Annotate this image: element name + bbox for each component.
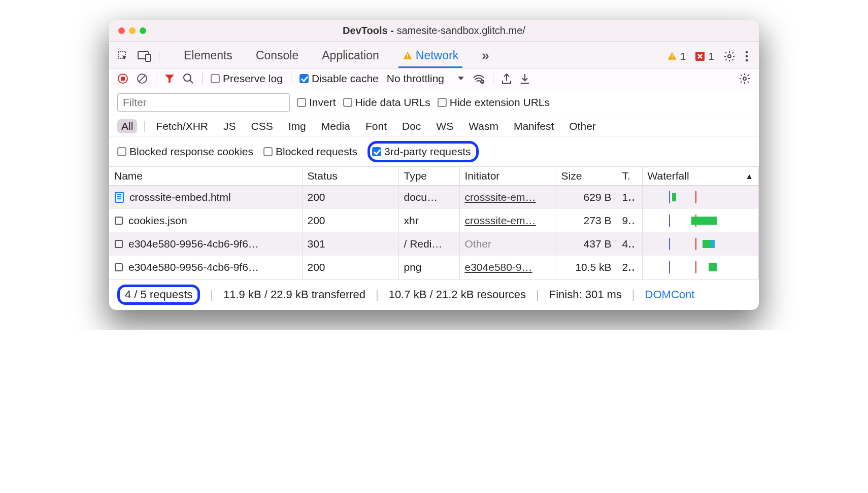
type-chip-all[interactable]: All [117, 119, 137, 133]
disable-cache-checkbox[interactable]: Disable cache [299, 73, 379, 85]
blocked-response-cookies-checkbox[interactable]: Blocked response cookies [117, 146, 253, 158]
svg-point-8 [728, 55, 731, 58]
type-chip-ws[interactable]: WS [432, 119, 457, 133]
title-prefix: DevTools - [343, 25, 396, 36]
blocked-requests-checkbox[interactable]: Blocked requests [263, 146, 357, 158]
hide-data-urls-checkbox[interactable]: Hide data URLs [343, 96, 430, 109]
col-size[interactable]: Size [556, 167, 617, 186]
type-chip-font[interactable]: Font [361, 119, 391, 133]
tab-console[interactable]: Console [252, 45, 303, 68]
cell-type: docu… [398, 186, 459, 209]
minimize-icon[interactable] [129, 27, 136, 34]
type-chip-js[interactable]: JS [219, 119, 240, 133]
issues-warning-counter[interactable]: 1 [667, 50, 686, 62]
svg-rect-2 [146, 54, 150, 61]
chevron-down-icon [457, 76, 464, 81]
svg-rect-5 [672, 55, 673, 57]
throttling-select[interactable]: No throttling [387, 73, 464, 85]
device-toolbar-icon[interactable] [138, 51, 151, 62]
separator: | [632, 288, 635, 301]
request-name: crosssite-embed.html [129, 191, 231, 203]
svg-rect-13 [121, 77, 125, 81]
col-time[interactable]: T. [617, 167, 642, 186]
cell-name: e304e580-9956-4cb6-9f6… [109, 256, 302, 279]
tab-elements[interactable]: Elements [180, 45, 237, 68]
clear-button[interactable] [137, 73, 148, 84]
table-header-row: Name Status Type Initiator Size T. Water… [109, 167, 759, 186]
cell-time: 2‥ [617, 256, 642, 279]
title-url: samesite-sandbox.glitch.me/ [396, 25, 525, 36]
third-party-requests-checkbox[interactable]: 3rd-party requests [372, 146, 471, 158]
type-chip-css[interactable]: CSS [247, 119, 277, 133]
blocked-requests-label: Blocked requests [276, 146, 357, 157]
table-row[interactable]: crosssite-embed.html200docu…crosssite-em… [109, 186, 759, 209]
separator [202, 73, 203, 84]
tab-network-label: Network [416, 49, 458, 62]
tab-application[interactable]: Application [318, 45, 383, 68]
svg-rect-24 [115, 217, 122, 224]
import-har-icon[interactable] [520, 73, 530, 84]
tabs-overflow-button[interactable]: » [478, 45, 493, 68]
sort-asc-icon: ▲ [745, 172, 753, 181]
table-row[interactable]: e304e580-9956-4cb6-9f6…200pnge304e580-9…… [109, 256, 759, 279]
issues-error-counter[interactable]: 1 [695, 50, 714, 62]
separator: | [376, 288, 379, 301]
type-chip-other[interactable]: Other [565, 119, 600, 133]
window-titlebar: DevTools - samesite-sandbox.glitch.me/ [109, 20, 759, 42]
cell-status: 200 [302, 209, 398, 232]
type-chip-media[interactable]: Media [317, 119, 354, 133]
network-conditions-icon[interactable] [473, 74, 485, 84]
hide-ext-urls-checkbox[interactable]: Hide extension URLs [438, 96, 550, 109]
kebab-menu-icon[interactable] [745, 50, 749, 62]
request-name: cookies.json [128, 215, 187, 227]
record-button[interactable] [117, 73, 128, 84]
status-resources: 10.7 kB / 21.2 kB resources [389, 288, 526, 301]
type-chip-img[interactable]: Img [284, 119, 310, 133]
cell-initiator[interactable]: crosssite-em… [459, 209, 556, 232]
annotation-callout: 4 / 5 requests [117, 285, 200, 305]
type-chip-wasm[interactable]: Wasm [464, 119, 503, 133]
export-har-icon[interactable] [502, 73, 512, 84]
cell-name: cookies.json [109, 209, 302, 232]
filter-input[interactable] [117, 93, 290, 112]
type-chip-doc[interactable]: Doc [398, 119, 425, 133]
cell-time: 1‥ [617, 186, 642, 209]
close-icon[interactable] [118, 27, 125, 34]
type-chip-manifest[interactable]: Manifest [510, 119, 558, 133]
type-chip-xhr[interactable]: Fetch/XHR [152, 119, 212, 133]
traffic-lights [118, 27, 146, 34]
col-initiator[interactable]: Initiator [459, 167, 556, 186]
col-type[interactable]: Type [398, 167, 459, 186]
status-finish: Finish: 301 ms [549, 288, 622, 301]
network-toolbar: Preserve log Disable cache No throttling [109, 68, 759, 89]
preserve-log-checkbox[interactable]: Preserve log [211, 73, 283, 85]
settings-gear-icon[interactable] [723, 50, 736, 62]
tab-network[interactable]: Network [398, 45, 462, 68]
invert-checkbox[interactable]: Invert [297, 96, 336, 109]
table-row[interactable]: e304e580-9956-4cb6-9f6…301/ Redi…Other43… [109, 232, 759, 256]
separator [144, 121, 145, 132]
table-row[interactable]: cookies.json200xhrcrosssite-em…273 B9‥ [109, 209, 759, 232]
network-status-bar: 4 / 5 requests | 11.9 kB / 22.9 kB trans… [109, 279, 759, 310]
request-name: e304e580-9956-4cb6-9f6… [128, 238, 259, 250]
network-requests-table: Name Status Type Initiator Size T. Water… [109, 167, 759, 279]
cell-initiator[interactable]: e304e580-9… [459, 256, 556, 279]
inspect-element-icon[interactable] [117, 50, 129, 62]
search-icon[interactable] [183, 73, 194, 84]
col-name[interactable]: Name [109, 167, 302, 186]
svg-point-9 [746, 51, 748, 54]
cell-initiator[interactable]: crosssite-em… [459, 186, 556, 209]
zoom-icon[interactable] [140, 27, 146, 34]
cell-name: e304e580-9956-4cb6-9f6… [109, 232, 302, 256]
warning-icon [667, 51, 677, 61]
cell-type: xhr [398, 209, 459, 232]
col-waterfall[interactable]: Waterfall▲ [642, 167, 759, 186]
col-status[interactable]: Status [302, 167, 398, 186]
filter-icon[interactable] [164, 74, 175, 84]
svg-rect-4 [407, 57, 408, 58]
panel-tab-strip: Elements Console Application Network » 1… [109, 42, 759, 68]
network-settings-gear-icon[interactable] [739, 73, 751, 85]
tab-strip-right: 1 1 [667, 50, 751, 62]
extra-filters-row: Blocked response cookies Blocked request… [109, 137, 759, 167]
status-domcontentloaded: DOMCont [645, 288, 695, 301]
